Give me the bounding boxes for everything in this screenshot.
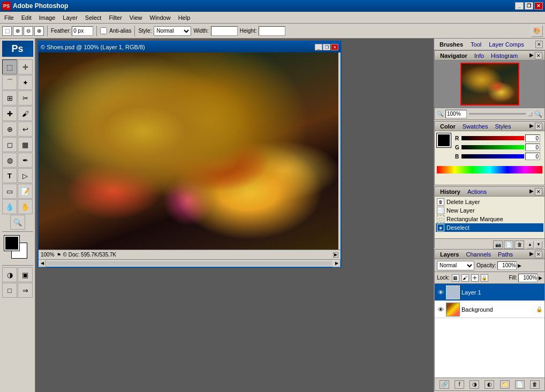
tab-info[interactable]: Info [471,52,487,59]
r-slider[interactable] [461,136,524,140]
zoom-input[interactable]: 100% [445,110,467,118]
tool-magic-wand[interactable]: ✦ [18,75,33,90]
hscroll-left[interactable]: ◀ [39,260,46,267]
color-menu-arrow[interactable]: ▶ [529,123,534,130]
history-menu-arrow[interactable]: ▶ [529,188,534,195]
history-item-delete-layer[interactable]: 🗑 Delete Layer [436,198,543,206]
quick-mask-mode[interactable]: ◑ [2,267,17,282]
zoom-slider[interactable] [469,113,526,115]
scroll-right-btn[interactable]: ▶ [333,252,338,258]
menu-image[interactable]: Image [36,13,59,22]
zoom-out-icon[interactable]: 🔍 [437,111,443,117]
g-value[interactable]: 0 [525,144,540,151]
tab-brushes[interactable]: Brushes [436,41,466,48]
history-item-deselect[interactable]: ◈ Deselect [436,223,543,232]
width-input[interactable] [211,26,238,36]
history-close[interactable]: ✕ [535,188,542,195]
tab-color[interactable]: Color [437,123,459,130]
lock-paint-icon[interactable]: 🖌 [461,274,469,282]
feather-input[interactable] [72,26,93,36]
opacity-input[interactable]: 100% [497,261,517,270]
tool-stamp[interactable]: ⊕ [2,122,17,137]
color-close[interactable]: ✕ [535,123,542,130]
style-select[interactable]: Normal Fixed Aspect Fixed Size [154,26,191,36]
layer-effects-btn[interactable]: f [455,380,464,389]
anti-alias-checkbox[interactable] [100,27,107,34]
tab-history[interactable]: History [437,188,464,195]
doc-close-btn[interactable]: ✕ [331,44,338,50]
layer1-visibility-toggle[interactable]: 👁 [437,289,444,296]
fill-input[interactable]: 100% [518,274,538,282]
tool-path-select[interactable]: ▷ [18,168,33,183]
tool-slice[interactable]: ✂ [18,91,33,105]
layer-link-btn[interactable]: 🔗 [440,380,449,389]
zoom-slider-handle[interactable] [528,112,532,116]
close-button[interactable]: ✕ [534,2,543,10]
lock-move-icon[interactable]: ✛ [471,274,479,282]
tab-layers[interactable]: Layers [437,251,462,258]
background-visibility-toggle[interactable]: 👁 [437,306,444,313]
tool-move[interactable]: ✛ [18,59,33,74]
minimize-button[interactable]: _ [515,2,524,10]
g-slider[interactable] [461,145,524,149]
blend-mode-select[interactable]: Normal Dissolve Multiply Screen [437,261,474,270]
tool-text[interactable]: T [2,168,17,183]
layers-close[interactable]: ✕ [535,251,542,258]
restore-button[interactable]: ❐ [525,2,533,10]
history-delete[interactable]: 🗑 [514,240,524,249]
tab-layer-comps[interactable]: Layer Comps [486,41,527,48]
menu-select[interactable]: Select [82,13,105,22]
tool-pen[interactable]: ✒ [18,153,33,168]
tab-styles[interactable]: Styles [491,123,514,130]
menu-layer[interactable]: Layer [59,13,81,22]
screen-mode[interactable]: □ [2,283,17,298]
color-foreground-swatch[interactable] [437,133,451,147]
tool-eyedropper[interactable]: 💧 [2,199,17,214]
history-scroll-down[interactable]: ▼ [535,241,542,248]
tab-actions[interactable]: Actions [464,188,490,195]
layer-mask-btn[interactable]: ◑ [470,380,479,389]
options-tool-icon[interactable]: 🎨 [531,25,543,37]
doc-restore-btn[interactable]: ❐ [323,44,330,50]
b-slider[interactable] [461,154,524,159]
history-scroll-up[interactable]: ▲ [526,241,534,248]
layer-new-btn[interactable]: 📄 [515,380,525,389]
zoom-in-icon[interactable]: 🔍 [534,110,542,118]
layer-item-layer1[interactable]: 👁 Layer 1 [435,284,544,301]
tool-hand[interactable]: ✋ [18,199,33,214]
tool-zoom[interactable]: 🔍 [10,215,25,230]
r-value[interactable]: 0 [525,134,540,142]
height-input[interactable] [259,26,285,36]
tool-brush[interactable]: 🖌 [18,106,33,121]
foreground-color-swatch[interactable] [4,236,19,251]
tab-tool[interactable]: Tool [467,41,485,48]
tool-dodge[interactable]: ◍ [2,153,17,168]
history-item-rect-marquee[interactable]: ⬚ Rectangular Marquee [436,215,543,223]
tool-eraser[interactable]: ◻ [2,137,17,152]
history-item-new-layer[interactable]: 📄 New Layer [436,206,543,215]
layer-group-btn[interactable]: 📁 [500,380,510,389]
doc-minimize-btn[interactable]: _ [315,44,322,50]
menu-window[interactable]: Window [147,13,174,22]
standard-mode[interactable]: ▣ [18,267,33,282]
color-spectrum[interactable] [437,166,542,174]
lock-transparent-icon[interactable]: ▦ [452,274,459,282]
fill-arrow[interactable]: ▶ [539,275,542,281]
tool-crop[interactable]: ⊞ [2,91,17,105]
layers-menu-arrow[interactable]: ▶ [529,251,534,258]
b-value[interactable]: 0 [525,153,540,160]
tab-channels[interactable]: Channels [463,251,494,258]
hscroll-right[interactable]: ▶ [333,260,340,267]
tab-navigator[interactable]: Navigator [437,52,471,59]
tool-notes[interactable]: 📝 [18,184,33,199]
tool-rectangular-marquee[interactable]: ⬚ [2,59,17,74]
menu-filter[interactable]: Filter [105,13,125,22]
tool-shape[interactable]: ▭ [2,184,17,199]
top-panel-close[interactable]: ✕ [535,41,543,48]
tab-histogram[interactable]: Histogram [488,52,521,59]
jump-to-image[interactable]: ⇒ [18,283,33,298]
tab-paths[interactable]: Paths [495,251,516,258]
layer-adjustment-btn[interactable]: ◐ [485,380,494,389]
navigator-close[interactable]: ✕ [535,52,542,59]
tab-swatches[interactable]: Swatches [459,123,491,130]
